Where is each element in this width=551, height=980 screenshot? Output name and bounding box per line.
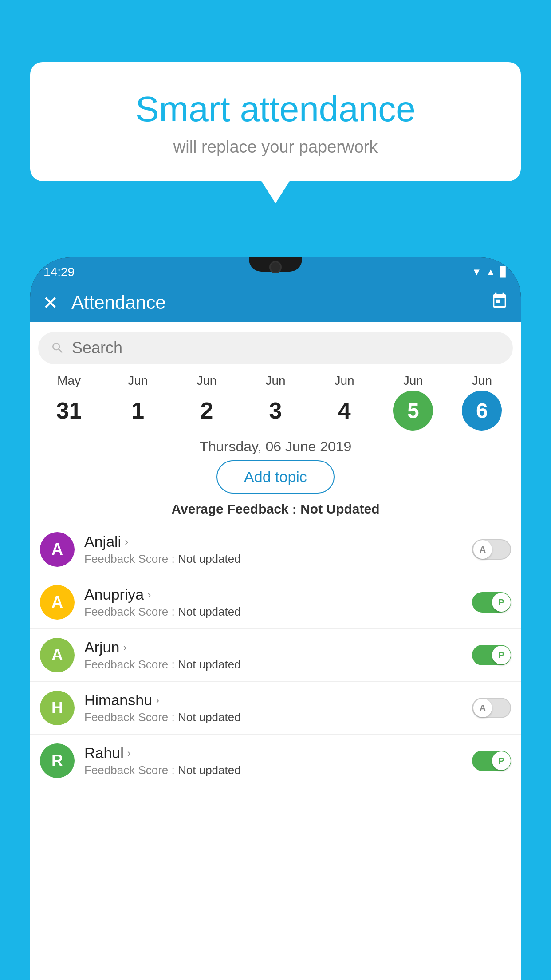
student-item[interactable]: HHimanshu ›Feedback Score : Not updatedA bbox=[30, 681, 521, 734]
wifi-icon: ▼ bbox=[472, 266, 481, 278]
date-number[interactable]: 2 bbox=[187, 391, 227, 431]
feedback-value: Not updated bbox=[178, 711, 241, 724]
chevron-icon: › bbox=[156, 694, 159, 707]
student-name: Anjali › bbox=[84, 533, 467, 550]
student-item[interactable]: RRahul ›Feedback Score : Not updatedP bbox=[30, 734, 521, 787]
avatar: R bbox=[40, 743, 75, 778]
student-item[interactable]: AAnjali ›Feedback Score : Not updatedA bbox=[30, 523, 521, 576]
toggle-container[interactable]: P bbox=[472, 592, 511, 612]
bubble-title: Smart attendance bbox=[48, 89, 503, 130]
battery-icon: ▊ bbox=[500, 266, 508, 278]
bubble-subtitle: will replace your paperwork bbox=[48, 138, 503, 157]
feedback-value: Not updated bbox=[178, 552, 241, 565]
chevron-icon: › bbox=[127, 747, 131, 759]
header-title: Attendance bbox=[71, 292, 491, 313]
date-number[interactable]: 6 bbox=[462, 391, 502, 431]
date-number[interactable]: 31 bbox=[49, 391, 89, 431]
avg-feedback: Average Feedback : Not Updated bbox=[30, 502, 521, 517]
date-number[interactable]: 5 bbox=[393, 391, 433, 431]
student-feedback: Feedback Score : Not updated bbox=[84, 605, 467, 619]
date-month-label: Jun bbox=[265, 374, 285, 388]
student-feedback: Feedback Score : Not updated bbox=[84, 763, 467, 777]
attendance-toggle[interactable]: P bbox=[472, 751, 511, 771]
student-item[interactable]: AArjun ›Feedback Score : Not updatedP bbox=[30, 628, 521, 681]
attendance-toggle[interactable]: P bbox=[472, 592, 511, 612]
toggle-thumb: P bbox=[492, 646, 511, 664]
avg-feedback-value: Not Updated bbox=[300, 502, 379, 516]
toggle-container[interactable]: A bbox=[472, 698, 511, 718]
avatar: H bbox=[40, 691, 75, 725]
student-info: Arjun ›Feedback Score : Not updated bbox=[84, 639, 467, 672]
student-feedback: Feedback Score : Not updated bbox=[84, 552, 467, 566]
app-content: May31Jun1Jun2Jun3Jun4Jun5Jun6 Thursday, … bbox=[30, 322, 521, 980]
phone-frame: 14:29 ▼ ▲ ▊ ✕ Attendance May31Jun1Jun2Ju… bbox=[30, 257, 521, 980]
student-feedback: Feedback Score : Not updated bbox=[84, 658, 467, 672]
avatar: A bbox=[40, 532, 75, 567]
chevron-icon: › bbox=[123, 641, 126, 654]
student-name: Rahul › bbox=[84, 744, 467, 762]
date-month-label: Jun bbox=[472, 374, 492, 388]
chevron-icon: › bbox=[147, 589, 151, 601]
add-topic-button[interactable]: Add topic bbox=[216, 460, 335, 494]
student-name: Arjun › bbox=[84, 639, 467, 656]
search-input[interactable] bbox=[72, 339, 500, 357]
date-month-label: May bbox=[57, 374, 81, 388]
feedback-value: Not updated bbox=[178, 605, 241, 618]
toggle-thumb: A bbox=[473, 699, 492, 717]
attendance-toggle[interactable]: P bbox=[472, 645, 511, 665]
date-month-label: Jun bbox=[197, 374, 216, 388]
date-number[interactable]: 3 bbox=[256, 391, 295, 431]
date-row: May31Jun1Jun2Jun3Jun4Jun5Jun6 bbox=[30, 368, 521, 431]
student-feedback: Feedback Score : Not updated bbox=[84, 711, 467, 724]
speech-bubble-wrapper: Smart attendance will replace your paper… bbox=[30, 62, 521, 181]
toggle-thumb: P bbox=[492, 751, 511, 770]
date-cell[interactable]: Jun2 bbox=[180, 374, 233, 431]
toggle-thumb: A bbox=[473, 540, 492, 559]
avatar: A bbox=[40, 638, 75, 672]
feedback-value: Not updated bbox=[178, 763, 241, 777]
student-info: Anupriya ›Feedback Score : Not updated bbox=[84, 586, 467, 619]
avg-feedback-label: Average Feedback : bbox=[171, 502, 296, 516]
toggle-thumb: P bbox=[492, 593, 511, 612]
student-name: Himanshu › bbox=[84, 692, 467, 709]
student-info: Himanshu ›Feedback Score : Not updated bbox=[84, 692, 467, 724]
phone-camera bbox=[269, 261, 282, 273]
toggle-container[interactable]: P bbox=[472, 751, 511, 771]
date-cell[interactable]: Jun1 bbox=[111, 374, 165, 431]
feedback-value: Not updated bbox=[178, 658, 241, 671]
search-bar[interactable] bbox=[38, 332, 513, 364]
date-cell[interactable]: May31 bbox=[43, 374, 96, 431]
date-cell[interactable]: Jun6 bbox=[455, 374, 508, 431]
calendar-icon[interactable] bbox=[491, 292, 508, 314]
toggle-container[interactable]: P bbox=[472, 645, 511, 665]
search-icon bbox=[51, 341, 65, 355]
close-button[interactable]: ✕ bbox=[43, 292, 58, 314]
student-info: Anjali ›Feedback Score : Not updated bbox=[84, 533, 467, 566]
status-time: 14:29 bbox=[43, 265, 75, 279]
speech-bubble: Smart attendance will replace your paper… bbox=[30, 62, 521, 181]
date-cell[interactable]: Jun4 bbox=[318, 374, 371, 431]
signal-icon: ▲ bbox=[486, 266, 496, 278]
date-cell[interactable]: Jun5 bbox=[386, 374, 440, 431]
student-list: AAnjali ›Feedback Score : Not updatedAAA… bbox=[30, 523, 521, 787]
attendance-toggle[interactable]: A bbox=[472, 539, 511, 560]
app-header: ✕ Attendance bbox=[30, 283, 521, 322]
student-name: Anupriya › bbox=[84, 586, 467, 603]
date-number[interactable]: 4 bbox=[324, 391, 364, 431]
status-icons: ▼ ▲ ▊ bbox=[472, 266, 508, 278]
date-month-label: Jun bbox=[403, 374, 423, 388]
date-number[interactable]: 1 bbox=[118, 391, 158, 431]
date-month-label: Jun bbox=[335, 374, 354, 388]
date-cell[interactable]: Jun3 bbox=[249, 374, 302, 431]
chevron-icon: › bbox=[125, 536, 128, 548]
student-item[interactable]: AAnupriya ›Feedback Score : Not updatedP bbox=[30, 576, 521, 628]
student-info: Rahul ›Feedback Score : Not updated bbox=[84, 744, 467, 777]
avatar: A bbox=[40, 585, 75, 620]
toggle-container[interactable]: A bbox=[472, 539, 511, 560]
attendance-toggle[interactable]: A bbox=[472, 698, 511, 718]
date-month-label: Jun bbox=[128, 374, 148, 388]
selected-date-text: Thursday, 06 June 2019 bbox=[30, 439, 521, 455]
